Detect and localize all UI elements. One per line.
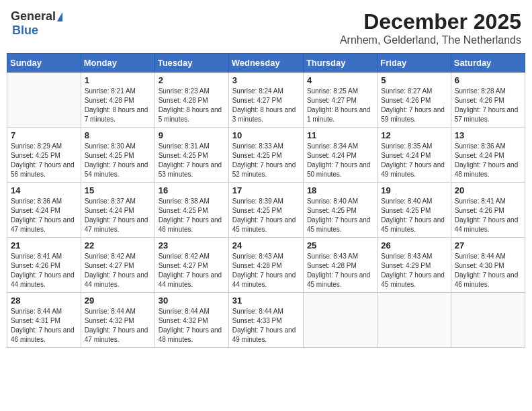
title-block: December 2025 Arnhem, Gelderland, The Ne… [340, 9, 521, 46]
day-info: Sunrise: 8:24 AM Sunset: 4:27 PM Dayligh… [232, 87, 300, 124]
header-wednesday: Wednesday [228, 54, 303, 73]
header-thursday: Thursday [303, 54, 377, 73]
day-info: Sunrise: 8:25 AM Sunset: 4:27 PM Dayligh… [307, 87, 373, 124]
day-info: Sunrise: 8:44 AM Sunset: 4:31 PM Dayligh… [11, 307, 77, 345]
calendar-cell: 4Sunrise: 8:25 AM Sunset: 4:27 PM Daylig… [303, 73, 377, 128]
day-number: 21 [11, 240, 77, 250]
day-info: Sunrise: 8:36 AM Sunset: 4:24 PM Dayligh… [455, 142, 521, 179]
calendar-cell: 21Sunrise: 8:41 AM Sunset: 4:26 PM Dayli… [7, 238, 81, 293]
day-number: 11 [307, 130, 373, 140]
calendar-cell: 15Sunrise: 8:37 AM Sunset: 4:24 PM Dayli… [81, 183, 154, 238]
day-number: 29 [85, 295, 151, 306]
calendar-cell [451, 293, 525, 348]
calendar-cell: 10Sunrise: 8:33 AM Sunset: 4:25 PM Dayli… [228, 128, 303, 183]
day-info: Sunrise: 8:44 AM Sunset: 4:32 PM Dayligh… [85, 307, 151, 345]
logo: General Blue [11, 9, 62, 38]
page-header: General Blue December 2025 Arnhem, Gelde… [7, 7, 525, 49]
day-info: Sunrise: 8:44 AM Sunset: 4:32 PM Dayligh… [159, 307, 225, 345]
day-number: 28 [11, 295, 77, 306]
day-number: 5 [381, 75, 447, 85]
day-info: Sunrise: 8:23 AM Sunset: 4:28 PM Dayligh… [159, 87, 225, 124]
day-number: 12 [381, 130, 447, 140]
day-number: 20 [455, 185, 521, 195]
day-number: 27 [455, 240, 521, 250]
calendar-cell: 25Sunrise: 8:43 AM Sunset: 4:28 PM Dayli… [303, 238, 377, 293]
calendar-week-row: 28Sunrise: 8:44 AM Sunset: 4:31 PM Dayli… [7, 293, 525, 348]
calendar-cell: 31Sunrise: 8:44 AM Sunset: 4:33 PM Dayli… [228, 293, 303, 348]
calendar-cell: 19Sunrise: 8:40 AM Sunset: 4:25 PM Dayli… [378, 183, 451, 238]
day-info: Sunrise: 8:44 AM Sunset: 4:33 PM Dayligh… [232, 307, 300, 345]
day-number: 10 [232, 130, 300, 140]
day-number: 4 [307, 75, 373, 85]
day-info: Sunrise: 8:31 AM Sunset: 4:25 PM Dayligh… [159, 142, 225, 179]
calendar-cell: 18Sunrise: 8:40 AM Sunset: 4:25 PM Dayli… [303, 183, 377, 238]
calendar-cell [7, 73, 81, 128]
day-number: 14 [11, 185, 77, 195]
header-sunday: Sunday [7, 54, 81, 73]
header-tuesday: Tuesday [154, 54, 228, 73]
day-info: Sunrise: 8:43 AM Sunset: 4:29 PM Dayligh… [381, 252, 447, 289]
day-info: Sunrise: 8:29 AM Sunset: 4:25 PM Dayligh… [11, 142, 77, 179]
calendar-cell: 29Sunrise: 8:44 AM Sunset: 4:32 PM Dayli… [81, 293, 154, 348]
calendar-cell: 1Sunrise: 8:21 AM Sunset: 4:28 PM Daylig… [81, 73, 154, 128]
day-info: Sunrise: 8:41 AM Sunset: 4:26 PM Dayligh… [11, 252, 77, 289]
calendar-week-row: 14Sunrise: 8:36 AM Sunset: 4:24 PM Dayli… [7, 183, 525, 238]
calendar-cell: 5Sunrise: 8:27 AM Sunset: 4:26 PM Daylig… [378, 73, 451, 128]
day-number: 7 [11, 130, 77, 140]
header-monday: Monday [81, 54, 154, 73]
calendar-cell: 22Sunrise: 8:42 AM Sunset: 4:27 PM Dayli… [81, 238, 154, 293]
day-number: 17 [232, 185, 300, 195]
day-number: 8 [85, 130, 151, 140]
day-info: Sunrise: 8:39 AM Sunset: 4:25 PM Dayligh… [232, 197, 300, 234]
calendar-cell: 6Sunrise: 8:28 AM Sunset: 4:26 PM Daylig… [451, 73, 525, 128]
calendar-cell: 9Sunrise: 8:31 AM Sunset: 4:25 PM Daylig… [154, 128, 228, 183]
day-info: Sunrise: 8:41 AM Sunset: 4:26 PM Dayligh… [455, 197, 521, 234]
calendar-cell: 16Sunrise: 8:38 AM Sunset: 4:25 PM Dayli… [154, 183, 228, 238]
day-info: Sunrise: 8:21 AM Sunset: 4:28 PM Dayligh… [85, 87, 151, 124]
logo-general-text: General [11, 9, 56, 24]
day-info: Sunrise: 8:28 AM Sunset: 4:26 PM Dayligh… [455, 87, 521, 124]
logo-blue-text: Blue [12, 24, 38, 38]
day-info: Sunrise: 8:44 AM Sunset: 4:30 PM Dayligh… [455, 252, 521, 289]
calendar-cell: 13Sunrise: 8:36 AM Sunset: 4:24 PM Dayli… [451, 128, 525, 183]
day-info: Sunrise: 8:30 AM Sunset: 4:25 PM Dayligh… [85, 142, 151, 179]
calendar-cell: 14Sunrise: 8:36 AM Sunset: 4:24 PM Dayli… [7, 183, 81, 238]
calendar-cell: 27Sunrise: 8:44 AM Sunset: 4:30 PM Dayli… [451, 238, 525, 293]
day-number: 2 [159, 75, 225, 85]
day-info: Sunrise: 8:36 AM Sunset: 4:24 PM Dayligh… [11, 197, 77, 234]
location-title: Arnhem, Gelderland, The Netherlands [340, 34, 521, 46]
calendar-cell: 3Sunrise: 8:24 AM Sunset: 4:27 PM Daylig… [228, 73, 303, 128]
calendar-cell: 8Sunrise: 8:30 AM Sunset: 4:25 PM Daylig… [81, 128, 154, 183]
logo-triangle-icon [57, 12, 62, 21]
calendar-cell: 7Sunrise: 8:29 AM Sunset: 4:25 PM Daylig… [7, 128, 81, 183]
calendar-cell: 24Sunrise: 8:43 AM Sunset: 4:28 PM Dayli… [228, 238, 303, 293]
day-number: 23 [159, 240, 225, 250]
day-info: Sunrise: 8:42 AM Sunset: 4:27 PM Dayligh… [159, 252, 225, 289]
calendar-cell: 30Sunrise: 8:44 AM Sunset: 4:32 PM Dayli… [154, 293, 228, 348]
calendar-cell [303, 293, 377, 348]
day-number: 31 [232, 295, 300, 306]
calendar-cell: 2Sunrise: 8:23 AM Sunset: 4:28 PM Daylig… [154, 73, 228, 128]
day-info: Sunrise: 8:34 AM Sunset: 4:24 PM Dayligh… [307, 142, 373, 179]
day-number: 16 [159, 185, 225, 195]
calendar-cell: 17Sunrise: 8:39 AM Sunset: 4:25 PM Dayli… [228, 183, 303, 238]
month-title: December 2025 [340, 9, 521, 34]
day-info: Sunrise: 8:40 AM Sunset: 4:25 PM Dayligh… [307, 197, 373, 234]
calendar-week-row: 1Sunrise: 8:21 AM Sunset: 4:28 PM Daylig… [7, 73, 525, 128]
day-number: 9 [159, 130, 225, 140]
day-number: 13 [455, 130, 521, 140]
day-number: 3 [232, 75, 300, 85]
calendar-week-row: 21Sunrise: 8:41 AM Sunset: 4:26 PM Dayli… [7, 238, 525, 293]
calendar-cell: 11Sunrise: 8:34 AM Sunset: 4:24 PM Dayli… [303, 128, 377, 183]
day-info: Sunrise: 8:40 AM Sunset: 4:25 PM Dayligh… [381, 197, 447, 234]
day-info: Sunrise: 8:33 AM Sunset: 4:25 PM Dayligh… [232, 142, 300, 179]
calendar-cell: 12Sunrise: 8:35 AM Sunset: 4:24 PM Dayli… [378, 128, 451, 183]
calendar-cell: 26Sunrise: 8:43 AM Sunset: 4:29 PM Dayli… [378, 238, 451, 293]
day-info: Sunrise: 8:27 AM Sunset: 4:26 PM Dayligh… [381, 87, 447, 124]
calendar-cell [378, 293, 451, 348]
day-number: 30 [159, 295, 225, 306]
day-number: 15 [85, 185, 151, 195]
header-friday: Friday [378, 54, 451, 73]
calendar-header-row: SundayMondayTuesdayWednesdayThursdayFrid… [7, 54, 525, 73]
day-info: Sunrise: 8:43 AM Sunset: 4:28 PM Dayligh… [232, 252, 300, 289]
